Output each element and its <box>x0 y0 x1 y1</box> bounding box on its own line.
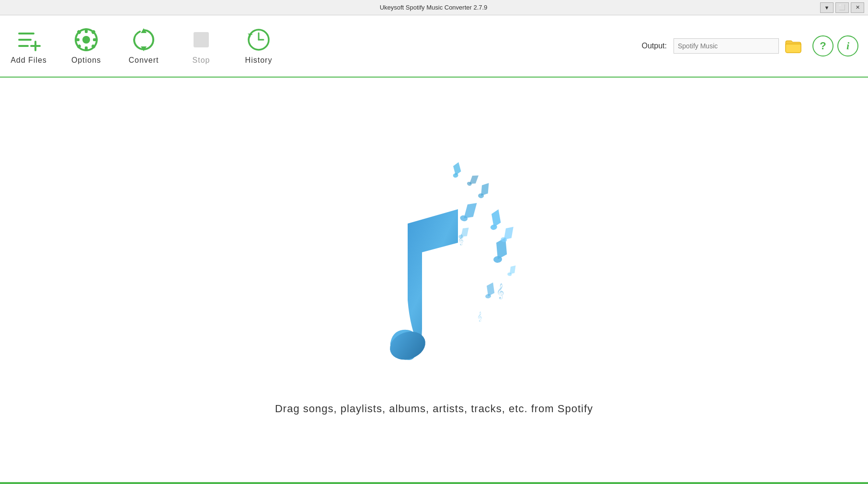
main-content: 𝄞 𝄞 𝄞 Drag songs, playlists, albums, art… <box>0 78 868 484</box>
stop-button[interactable]: Stop <box>182 27 220 65</box>
output-area: Output: ? i <box>642 35 858 56</box>
svg-point-6 <box>82 36 90 44</box>
svg-point-22 <box>386 326 430 364</box>
convert-label: Convert <box>128 56 159 65</box>
history-label: History <box>245 56 273 65</box>
svg-text:𝄞: 𝄞 <box>477 311 482 322</box>
options-icon <box>74 27 99 52</box>
stop-label: Stop <box>193 56 210 65</box>
help-button[interactable]: ? <box>812 35 834 56</box>
right-icons: ? i <box>812 35 858 56</box>
restore-button[interactable]: ⬜ <box>835 2 849 13</box>
minimize-button[interactable]: ▼ <box>820 2 834 13</box>
history-icon <box>246 27 271 52</box>
title-bar: Ukeysoft Spotify Music Converter 2.7.9 ▼… <box>0 0 868 15</box>
options-button[interactable]: Options <box>67 27 105 65</box>
svg-rect-8 <box>85 46 88 51</box>
convert-icon <box>131 27 156 52</box>
svg-rect-9 <box>75 38 80 41</box>
stop-icon <box>189 27 214 52</box>
output-input[interactable] <box>674 38 779 54</box>
output-label: Output: <box>642 42 667 50</box>
window-controls: ▼ ⬜ ✕ <box>820 2 864 13</box>
music-illustration: 𝄞 𝄞 𝄞 <box>333 147 535 388</box>
svg-text:𝄞: 𝄞 <box>458 234 464 246</box>
svg-marker-21 <box>248 34 253 36</box>
add-files-icon <box>16 27 41 52</box>
toolbar: Add Files Options <box>0 15 868 78</box>
window-title: Ukeysoft Spotify Music Converter 2.7.9 <box>47 4 820 11</box>
svg-rect-10 <box>93 38 98 41</box>
svg-rect-7 <box>85 28 88 33</box>
folder-button[interactable] <box>784 37 803 55</box>
music-note-svg: 𝄞 𝄞 𝄞 <box>333 147 535 386</box>
info-button[interactable]: i <box>837 35 858 56</box>
close-button[interactable]: ✕ <box>851 2 864 13</box>
options-label: Options <box>71 56 101 65</box>
add-files-button[interactable]: Add Files <box>10 27 48 65</box>
history-button[interactable]: History <box>240 27 278 65</box>
svg-rect-17 <box>194 32 209 47</box>
svg-text:𝄞: 𝄞 <box>496 283 504 300</box>
convert-button[interactable]: Convert <box>125 27 163 65</box>
bottom-bar <box>0 482 868 484</box>
drag-instruction: Drag songs, playlists, albums, artists, … <box>275 403 593 415</box>
add-files-label: Add Files <box>11 56 47 65</box>
